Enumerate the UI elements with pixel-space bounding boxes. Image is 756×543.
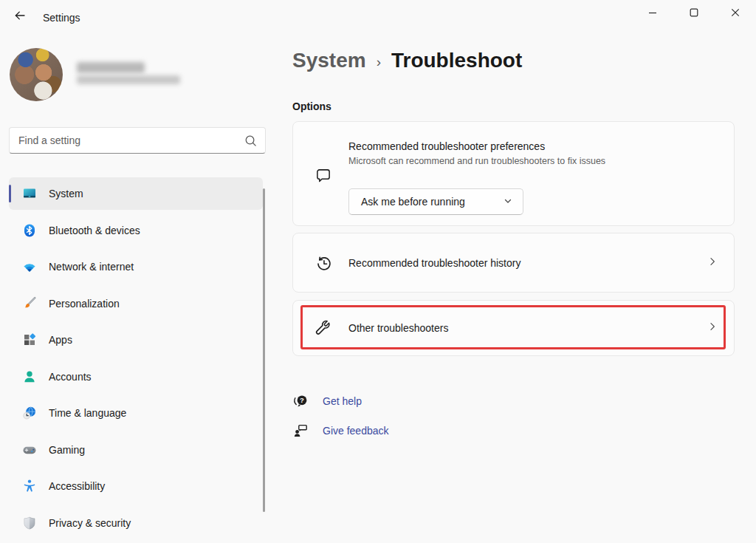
sidebar-item-label: Privacy & security — [49, 517, 131, 529]
bluetooth-icon — [22, 223, 37, 238]
comment-bubble-icon — [314, 166, 333, 188]
gaming-icon — [22, 443, 37, 457]
sidebar-item-label: System — [49, 188, 83, 199]
sidebar-item-label: Personalization — [49, 298, 120, 310]
sidebar-item-label: Apps — [49, 334, 72, 346]
search-input[interactable] — [10, 128, 265, 153]
recommended-preferences-card: Recommended troubleshooter preferences M… — [292, 121, 735, 226]
row-title: Recommended troubleshooter history — [348, 257, 520, 269]
sidebar-item-label: Accounts — [49, 371, 92, 383]
close-icon — [731, 7, 740, 20]
chevron-right-icon — [707, 256, 718, 270]
breadcrumb-system[interactable]: System — [292, 49, 366, 72]
sidebar-item-system[interactable]: System — [9, 177, 263, 210]
personalization-icon — [22, 296, 37, 311]
history-icon — [314, 253, 334, 276]
sidebar-item-label: Accessibility — [49, 480, 105, 492]
maximize-icon — [690, 7, 698, 20]
user-name-redacted — [77, 62, 145, 73]
give-feedback-label: Give feedback — [323, 425, 389, 437]
wrench-icon — [314, 319, 334, 342]
breadcrumb: System › Troubleshoot — [292, 49, 522, 72]
app-title: Settings — [43, 12, 80, 24]
get-help-label: Get help — [323, 395, 362, 407]
user-email-redacted — [77, 75, 180, 84]
close-button[interactable] — [715, 0, 756, 27]
privacy-icon — [22, 516, 37, 530]
sidebar-item-accounts[interactable]: Accounts — [9, 361, 263, 393]
apps-icon — [22, 332, 37, 347]
card-description: Microsoft can recommend and run troubles… — [348, 156, 605, 166]
troubleshooter-preference-dropdown[interactable]: Ask me before running — [348, 188, 523, 215]
sidebar-scrollbar[interactable] — [263, 188, 265, 512]
titlebar: Settings — [0, 0, 756, 33]
search-icon[interactable] — [244, 134, 258, 151]
get-help-link[interactable]: ? Get help — [292, 392, 362, 410]
chevron-right-icon — [707, 321, 718, 335]
accessibility-icon — [22, 479, 37, 494]
minimize-button[interactable] — [632, 0, 673, 27]
back-arrow-icon — [13, 9, 27, 25]
sidebar-item-personalization[interactable]: Personalization — [9, 287, 263, 320]
sidebar-item-time-language[interactable]: Time & language — [9, 397, 263, 429]
get-help-icon: ? — [292, 392, 310, 410]
sidebar-item-accessibility[interactable]: Accessibility — [9, 470, 263, 502]
system-icon — [22, 186, 37, 201]
troubleshooter-history-row[interactable]: Recommended troubleshooter history — [292, 233, 735, 293]
sidebar-item-gaming[interactable]: Gaming — [9, 434, 263, 466]
sidebar-item-label: Gaming — [49, 444, 85, 456]
sidebar-item-privacy-security[interactable]: Privacy & security — [9, 507, 263, 539]
avatar — [10, 48, 63, 101]
svg-text:?: ? — [300, 396, 304, 404]
sidebar-item-bluetooth-devices[interactable]: Bluetooth & devices — [9, 214, 263, 247]
accounts-icon — [22, 369, 37, 384]
breadcrumb-separator-icon: › — [377, 54, 381, 70]
other-troubleshooters-row[interactable]: Other troubleshooters — [292, 300, 735, 356]
sidebar-item-label: Bluetooth & devices — [49, 225, 140, 236]
network-icon — [22, 259, 37, 274]
sidebar-item-label: Time & language — [49, 407, 126, 419]
selected-accent-pill — [9, 185, 11, 202]
back-button[interactable] — [7, 6, 32, 28]
options-section-label: Options — [292, 100, 331, 112]
time-language-icon — [22, 406, 37, 420]
row-title: Other troubleshooters — [348, 322, 448, 334]
dropdown-selected-value: Ask me before running — [361, 196, 504, 208]
give-feedback-icon — [292, 422, 310, 440]
sidebar-nav: System Bluetooth & devices Network & int… — [9, 177, 263, 543]
search-box — [9, 127, 266, 154]
minimize-icon — [648, 7, 657, 20]
card-title: Recommended troubleshooter preferences — [348, 140, 545, 152]
sidebar-item-network-internet[interactable]: Network & internet — [9, 250, 263, 283]
give-feedback-link[interactable]: Give feedback — [292, 422, 389, 440]
window-controls — [632, 0, 756, 27]
page-title: Troubleshoot — [391, 49, 522, 72]
chevron-down-icon — [504, 195, 512, 208]
sidebar-item-apps[interactable]: Apps — [9, 324, 263, 356]
maximize-button[interactable] — [673, 0, 715, 27]
sidebar-item-label: Network & internet — [49, 261, 134, 273]
